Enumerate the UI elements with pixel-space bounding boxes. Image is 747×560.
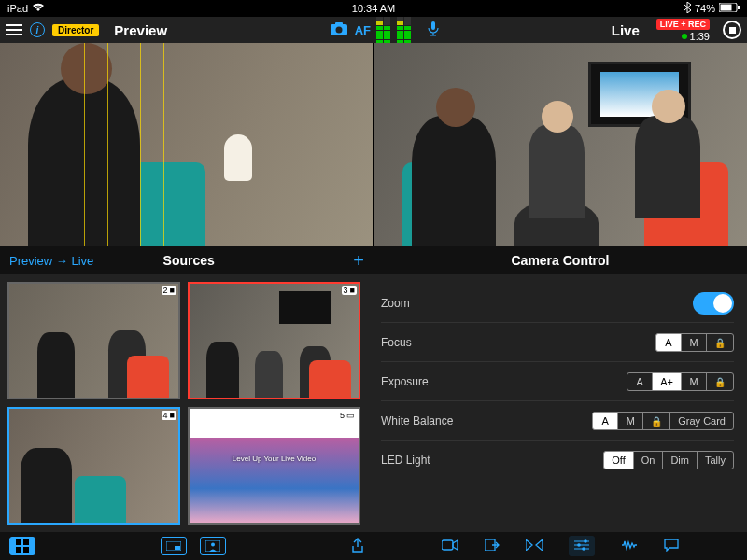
rec-timer: 1:39 <box>682 31 710 42</box>
wifi-icon <box>32 3 45 14</box>
vu-meter <box>376 17 411 44</box>
preview-label: Preview <box>114 22 167 38</box>
wb-graycard[interactable]: Gray Card <box>669 412 734 430</box>
live-label: Live <box>612 22 640 38</box>
app-topbar: i Director Preview AF Live LIVE + REC 1:… <box>0 17 747 43</box>
preview-monitor[interactable] <box>0 43 373 246</box>
cc-label: LED Light <box>381 454 603 467</box>
cc-label: Zoom <box>381 297 693 310</box>
focus-segments: A M <box>655 333 734 352</box>
output-tool-icon[interactable] <box>485 539 500 553</box>
monitor-row <box>0 43 747 246</box>
svg-rect-1 <box>721 5 732 11</box>
exposure-segments: A A+ M <box>627 372 734 391</box>
menu-icon[interactable] <box>6 24 22 35</box>
exp-lock[interactable] <box>706 372 734 391</box>
clock: 10:34 AM <box>352 3 395 14</box>
videocam-tool-icon[interactable] <box>442 539 458 553</box>
person-overlay-button[interactable] <box>200 537 226 555</box>
section-header-bar: Preview → Live Sources + Camera Control <box>0 246 747 274</box>
device-label: iPad <box>7 3 28 14</box>
exp-manual[interactable]: M <box>681 372 707 391</box>
svg-point-10 <box>211 543 215 547</box>
battery-label: 74% <box>695 3 715 14</box>
source-id-badge: 3 ■ <box>342 286 357 295</box>
source-thumb[interactable]: Level Up Your Live Video 5 ▭ <box>188 407 360 525</box>
chat-tool-icon[interactable] <box>664 539 679 554</box>
focus-lock[interactable] <box>706 333 734 352</box>
svg-rect-11 <box>442 540 453 550</box>
focus-auto[interactable]: A <box>655 333 682 352</box>
add-source-button[interactable]: + <box>353 250 364 272</box>
wb-segments: A M Gray Card <box>592 412 734 430</box>
pip-layout-button[interactable] <box>161 537 187 555</box>
autofocus-button[interactable]: AF <box>355 23 371 37</box>
director-badge[interactable]: Director <box>52 24 99 36</box>
ios-statusbar: iPad 10:34 AM 74% <box>0 0 747 17</box>
grid-view-button[interactable] <box>9 537 35 555</box>
camera-control-panel: Zoom Focus A M Exposure A A+ M White Bal… <box>368 274 747 532</box>
battery-icon <box>719 3 740 14</box>
led-off[interactable]: Off <box>603 451 633 469</box>
rec-dot-icon <box>682 34 687 39</box>
thumb-banner: Level Up Your Live Video <box>206 455 342 463</box>
zoom-toggle[interactable] <box>693 292 734 315</box>
wb-manual[interactable]: M <box>617 412 643 430</box>
sliders-tool-icon[interactable] <box>569 536 595 556</box>
svg-rect-5 <box>335 22 343 25</box>
svg-point-4 <box>335 26 342 33</box>
source-thumb[interactable]: 3 ■ <box>188 282 360 399</box>
cc-label: Focus <box>381 336 655 349</box>
svg-point-13 <box>584 539 587 543</box>
videocam-icon: ■ <box>170 411 175 420</box>
led-dim[interactable]: Dim <box>662 451 698 469</box>
camera-icon[interactable] <box>331 22 347 38</box>
transition-tool-icon[interactable] <box>526 539 543 553</box>
camera-control-heading: Camera Control <box>511 253 609 268</box>
exp-auto[interactable]: A <box>627 372 653 391</box>
svg-rect-6 <box>431 21 435 30</box>
stop-button[interactable] <box>723 21 741 39</box>
share-icon[interactable] <box>351 538 364 555</box>
led-on[interactable]: On <box>633 451 664 469</box>
cc-row-focus: Focus A M <box>381 323 734 362</box>
source-id-badge: 5 ▭ <box>338 411 357 420</box>
svg-rect-2 <box>738 6 740 9</box>
focus-manual[interactable]: M <box>681 333 707 352</box>
preview-to-live-button[interactable]: Preview → Live <box>9 254 93 268</box>
source-id-badge: 4 ■ <box>162 411 176 420</box>
exp-autoplus[interactable]: A+ <box>652 372 682 391</box>
cc-row-zoom: Zoom <box>381 284 734 323</box>
cc-row-led: LED Light Off On Dim Tally <box>381 441 734 480</box>
workspace: 2 ■ 3 ■ 4 ■ Level Up Your Live Video 5 ▭… <box>0 274 747 532</box>
cc-label: White Balance <box>381 414 592 427</box>
desktop-icon: ▭ <box>346 411 355 420</box>
source-thumb[interactable]: 2 ■ <box>7 282 180 399</box>
videocam-icon: ■ <box>170 286 175 295</box>
sources-heading: Sources <box>163 253 215 268</box>
source-thumb[interactable]: 4 ■ <box>7 407 180 525</box>
live-monitor[interactable] <box>374 43 747 246</box>
cc-label: Exposure <box>381 375 627 388</box>
audio-wave-tool-icon[interactable] <box>621 539 638 553</box>
liverec-badge: LIVE + REC <box>656 19 710 30</box>
svg-point-15 <box>582 547 585 551</box>
sources-grid: 2 ■ 3 ■ 4 ■ Level Up Your Live Video 5 ▭ <box>0 274 368 532</box>
cc-row-whitebalance: White Balance A M Gray Card <box>381 401 734 441</box>
wb-lock[interactable] <box>642 412 670 430</box>
bluetooth-icon <box>684 2 691 15</box>
source-id-badge: 2 ■ <box>162 286 176 295</box>
wb-auto[interactable]: A <box>592 412 618 430</box>
info-icon[interactable]: i <box>30 22 45 37</box>
svg-point-14 <box>577 543 581 547</box>
videocam-icon: ■ <box>350 286 355 295</box>
led-tally[interactable]: Tally <box>697 451 734 469</box>
mic-icon[interactable] <box>428 21 439 39</box>
cc-row-exposure: Exposure A A+ M <box>381 362 734 401</box>
svg-rect-8 <box>175 546 180 550</box>
bottom-toolbar <box>0 532 747 560</box>
led-segments: Off On Dim Tally <box>603 451 734 469</box>
